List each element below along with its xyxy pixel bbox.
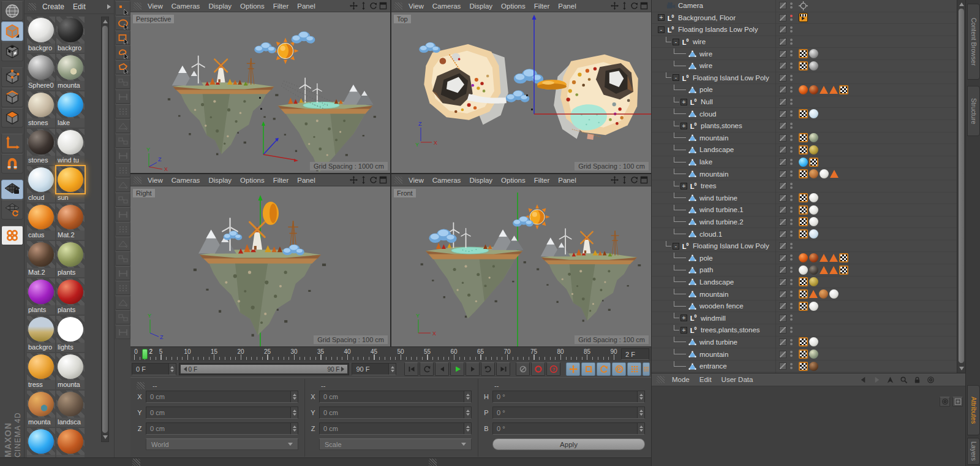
uvw-tag-icon[interactable] — [799, 350, 808, 359]
object-row[interactable]: wind turbine — [652, 337, 957, 349]
dolly-icon[interactable] — [620, 2, 628, 10]
layer-toggle[interactable] — [779, 362, 786, 370]
modeling-tool-5-icon[interactable] — [115, 134, 130, 148]
viewport-canvas-top[interactable]: ZYX — [391, 12, 651, 173]
key-rotation-button[interactable] — [597, 362, 611, 376]
vp-menu-panel[interactable]: Panel — [297, 177, 315, 184]
compositing-tag-icon[interactable] — [799, 13, 808, 22]
forward-icon[interactable] — [873, 376, 881, 384]
object-label[interactable]: lake — [697, 158, 712, 166]
object-label[interactable]: mountain — [697, 351, 728, 358]
viewport-canvas-perspective[interactable]: YZX — [130, 12, 390, 173]
coord-system-dropdown[interactable]: Scale — [319, 438, 472, 450]
visibility-dots[interactable] — [790, 229, 793, 238]
points-mode-icon[interactable] — [1, 67, 23, 87]
viewport-canvas-front[interactable]: YX — [391, 186, 651, 346]
texture-tag-white[interactable] — [809, 217, 818, 226]
texture-tag-orange[interactable] — [799, 253, 808, 262]
texture-tag-rust[interactable] — [809, 253, 818, 262]
material-item[interactable]: tress — [27, 353, 55, 389]
object-label[interactable]: Landscape — [697, 146, 734, 153]
layer-toggle[interactable] — [779, 158, 786, 166]
scroll-down-icon[interactable] — [959, 367, 964, 370]
object-row[interactable]: mountain — [652, 132, 957, 145]
add-icon[interactable] — [952, 397, 963, 407]
object-row[interactable]: + L0 Background, Floor — [652, 12, 957, 25]
object-row[interactable]: + L0 Null — [652, 96, 957, 109]
layer-toggle[interactable] — [779, 242, 786, 250]
material-item[interactable]: wind tu — [56, 129, 85, 165]
phong-tag-icon[interactable] — [829, 86, 838, 94]
tab-layers[interactable]: Layers — [967, 438, 980, 465]
visibility-dots[interactable] — [790, 289, 793, 298]
previous-frame-button[interactable] — [435, 362, 449, 376]
visibility-dots[interactable] — [790, 74, 793, 82]
panel-grip-icon[interactable] — [134, 177, 141, 184]
vp-menu-options[interactable]: Options — [501, 177, 526, 184]
expand-toggle[interactable]: + — [658, 14, 665, 21]
object-label[interactable]: Floating Island Low Poly — [690, 74, 769, 82]
viewport-canvas-right[interactable]: YZ — [130, 186, 390, 346]
visibility-dots[interactable] — [790, 158, 793, 166]
material-item[interactable]: mounta — [27, 391, 55, 427]
modeling-tool-17-icon[interactable] — [115, 310, 130, 324]
globe-icon[interactable] — [1, 1, 23, 21]
rotate-icon[interactable] — [369, 176, 377, 184]
object-label[interactable]: cloud.1 — [697, 231, 722, 238]
key-parameter-button[interactable] — [612, 362, 626, 376]
visibility-dots[interactable] — [790, 338, 793, 346]
layer-toggle[interactable] — [779, 182, 786, 189]
texture-tag-earth[interactable] — [819, 289, 828, 299]
visibility-dots[interactable] — [790, 350, 793, 358]
texture-tag-mottled[interactable] — [809, 133, 818, 142]
material-item[interactable]: plants — [27, 278, 55, 315]
vp-menu-filter[interactable]: Filter — [534, 2, 550, 10]
coord-input-y[interactable]: 0 cm — [319, 407, 472, 419]
rotate-icon[interactable] — [630, 176, 638, 184]
layer-toggle[interactable] — [779, 351, 786, 358]
dolly-icon[interactable] — [360, 176, 368, 184]
texture-tag-olive[interactable] — [809, 145, 818, 155]
vp-menu-options[interactable]: Options — [240, 177, 265, 184]
object-label[interactable]: plants,stones — [698, 122, 742, 129]
object-row[interactable]: wind turbine.1 — [652, 204, 957, 216]
uvw-tag-icon[interactable] — [799, 205, 808, 215]
object-row[interactable]: + L0 trees,plants,stones — [652, 324, 957, 337]
modeling-tool-1-icon[interactable] — [115, 75, 130, 89]
attr-menu-mode[interactable]: Mode — [672, 376, 690, 383]
material-item[interactable]: lake — [56, 91, 85, 128]
rotate-icon[interactable] — [630, 2, 638, 10]
object-label[interactable]: pole — [697, 254, 713, 262]
snap-icon[interactable] — [1, 154, 23, 174]
record-disabled-button[interactable] — [516, 362, 530, 376]
object-label[interactable]: wire — [697, 62, 712, 69]
object-label[interactable]: wind turbine.1 — [697, 206, 744, 213]
phong-tag-icon[interactable] — [809, 290, 818, 298]
object-row[interactable]: mountain — [652, 348, 957, 361]
visibility-dots[interactable] — [790, 302, 793, 310]
material-menu-edit[interactable]: Edit — [73, 2, 86, 11]
modeling-tool-9-icon[interactable] — [115, 193, 130, 207]
modeling-tool-12-icon[interactable] — [115, 237, 130, 251]
vp-menu-cameras[interactable]: Cameras — [432, 177, 461, 184]
expand-toggle[interactable]: + — [680, 315, 687, 321]
vp-menu-panel[interactable]: Panel — [558, 177, 576, 184]
coord-input-b[interactable]: 0 ° — [492, 422, 645, 435]
layer-toggle[interactable] — [779, 98, 786, 105]
object-label[interactable]: cloud — [697, 110, 717, 118]
visibility-dots[interactable] — [790, 265, 793, 274]
key-scale-button[interactable] — [581, 362, 595, 376]
dolly-icon[interactable] — [620, 176, 628, 184]
search-icon[interactable] — [900, 376, 908, 384]
uvw-tag-icon[interactable] — [799, 229, 808, 239]
scroll-up-icon[interactable] — [103, 20, 108, 23]
coord-input-x[interactable]: 0 cm — [319, 391, 472, 403]
layer-toggle[interactable] — [779, 254, 786, 262]
modeling-tool-4-icon[interactable] — [115, 119, 130, 133]
expand-toggle[interactable]: - — [658, 26, 665, 33]
object-row[interactable]: Landscape — [652, 277, 957, 289]
texture-tag-cloud[interactable] — [809, 109, 818, 118]
object-label[interactable]: Null — [698, 98, 713, 105]
phong-tag-icon[interactable] — [820, 266, 828, 274]
visibility-dots[interactable] — [790, 218, 793, 226]
